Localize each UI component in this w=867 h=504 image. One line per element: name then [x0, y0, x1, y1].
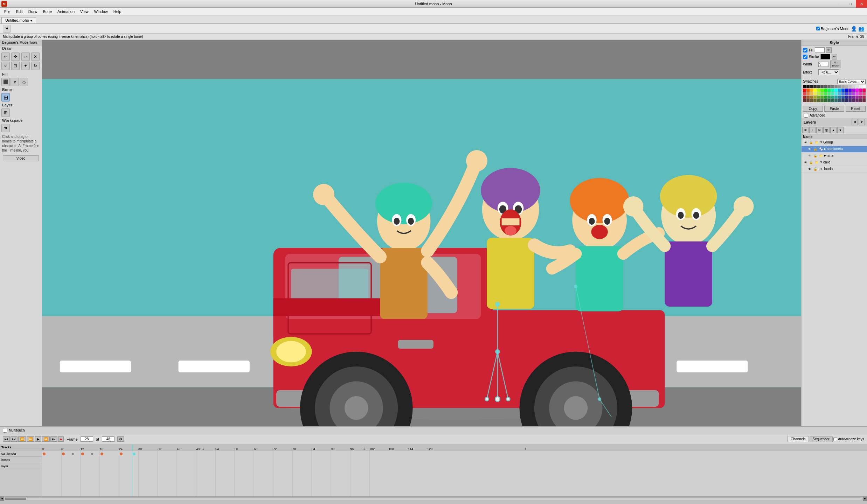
menu-window[interactable]: Window	[91, 9, 111, 14]
timeline-content[interactable]	[42, 450, 867, 496]
layer-group[interactable]: 👁 🔓 📁 ▼ Group	[802, 139, 867, 146]
swatch-cell-57[interactable]	[813, 96, 817, 99]
layer-fondo[interactable]: 👁 🔓 ⊙ fondo	[802, 166, 867, 173]
beginners-mode-checkbox-label[interactable]: Beginner's Mode	[816, 27, 849, 31]
minimize-button[interactable]: ─	[833, 0, 845, 8]
swatch-cell-25[interactable]	[827, 89, 831, 92]
timeline-track-3[interactable]: layer	[0, 463, 42, 469]
swatch-cell-15[interactable]	[855, 85, 859, 88]
prev-frame-button[interactable]: ⏪	[18, 436, 26, 442]
scene-canvas[interactable]	[42, 40, 801, 426]
swatch-cell-6[interactable]	[824, 85, 827, 88]
menu-help[interactable]: Help	[111, 9, 124, 14]
scroll-right-button[interactable]: ►	[863, 497, 867, 501]
paste-button[interactable]: Paste	[824, 106, 844, 112]
swatch-cell-5[interactable]	[820, 85, 824, 88]
swatch-cell-86[interactable]	[852, 99, 855, 102]
swatch-cell-53[interactable]	[862, 92, 866, 95]
scroll-left-button[interactable]: ◄	[0, 497, 4, 501]
menu-view[interactable]: View	[77, 9, 91, 14]
swatch-cell-4[interactable]	[817, 85, 820, 88]
swatch-cell-35[interactable]	[862, 89, 866, 92]
autofreeze-label[interactable]: Auto-freeze keys	[833, 436, 864, 442]
bone-tool[interactable]: ⊞	[1, 93, 10, 102]
swatch-cell-66[interactable]	[845, 96, 848, 99]
layer-add-button[interactable]: +	[809, 127, 816, 133]
layer-camioneta[interactable]: 👁 🔓 🦴 ▶ camioneta	[802, 146, 867, 153]
channels-tab[interactable]: Channels	[788, 436, 809, 442]
timeline-track-1[interactable]: camioneta	[0, 450, 42, 457]
menu-bone[interactable]: Bone	[40, 9, 55, 14]
swatch-cell-83[interactable]	[841, 99, 845, 102]
layer-nina[interactable]: 👁 🔓 📁 ▶ nina	[802, 153, 867, 159]
total-frames-input[interactable]	[102, 436, 115, 442]
layer-tool[interactable]: ⊞	[1, 108, 10, 117]
swatch-cell-16[interactable]	[859, 85, 862, 88]
swatch-cell-43[interactable]	[827, 92, 831, 95]
swatch-cell-30[interactable]	[845, 89, 848, 92]
layers-expand-button[interactable]: ▼	[859, 119, 865, 125]
swatch-cell-36[interactable]	[803, 92, 806, 95]
fill-checkbox[interactable]	[803, 48, 807, 52]
reset-button[interactable]: Reset	[846, 106, 866, 112]
swatch-cell-76[interactable]	[817, 99, 820, 102]
gradient-tool[interactable]: ◇	[20, 78, 28, 86]
swatch-cell-27[interactable]	[834, 89, 838, 92]
video-button[interactable]: Video	[3, 155, 39, 161]
timeline-track-2[interactable]: bones	[0, 457, 42, 463]
swatch-cell-7[interactable]	[827, 85, 831, 88]
swatch-cell-3[interactable]	[813, 85, 817, 88]
layer-calle-expand[interactable]: ▼	[820, 161, 823, 164]
swatch-cell-88[interactable]	[859, 99, 862, 102]
menu-draw[interactable]: Draw	[26, 9, 40, 14]
swatch-cell-72[interactable]	[803, 99, 806, 102]
swatch-cell-31[interactable]	[848, 89, 852, 92]
swatch-cell-54[interactable]	[803, 96, 806, 99]
swatch-cell-47[interactable]	[841, 92, 845, 95]
curve-tool[interactable]: ↩	[21, 52, 30, 61]
go-to-start-button[interactable]: ⏮	[3, 436, 10, 442]
swatch-cell-64[interactable]	[838, 96, 841, 99]
swatch-cell-82[interactable]	[838, 99, 841, 102]
layer-nina-expand[interactable]: ▶	[824, 154, 826, 157]
swatch-cell-17[interactable]	[862, 85, 866, 88]
document-tab[interactable]: Untitled.moho ◂	[1, 17, 36, 23]
swatch-cell-73[interactable]	[806, 99, 810, 102]
layer-move-down-button[interactable]: ▼	[837, 127, 844, 133]
menu-animation[interactable]: Animation	[55, 9, 77, 14]
swatch-cell-32[interactable]	[852, 89, 855, 92]
stroke-color-swatch[interactable]	[820, 54, 830, 59]
effect-dropdown[interactable]: <plu...	[818, 69, 839, 75]
swatch-cell-13[interactable]	[848, 85, 852, 88]
layers-settings-button[interactable]: ⚙	[852, 119, 858, 125]
swatch-cell-2[interactable]	[810, 85, 813, 88]
swatch-cell-60[interactable]	[824, 96, 827, 99]
swatch-cell-1[interactable]	[806, 85, 810, 88]
multitouch-checkbox[interactable]	[3, 428, 7, 433]
swatch-cell-34[interactable]	[859, 89, 862, 92]
swatch-cell-65[interactable]	[841, 96, 845, 99]
swatch-cell-28[interactable]	[838, 89, 841, 92]
swatch-cell-26[interactable]	[831, 89, 834, 92]
swatch-cell-59[interactable]	[820, 96, 824, 99]
swatch-cell-74[interactable]	[810, 99, 813, 102]
swatch-cell-51[interactable]	[855, 92, 859, 95]
swatch-cell-61[interactable]	[827, 96, 831, 99]
swatch-cell-80[interactable]	[831, 99, 834, 102]
swatch-cell-89[interactable]	[862, 99, 866, 102]
transform-tool[interactable]: ✦	[21, 62, 30, 70]
swatch-cell-38[interactable]	[810, 92, 813, 95]
swatch-cell-9[interactable]	[834, 85, 838, 88]
swatch-cell-85[interactable]	[848, 99, 852, 102]
swatch-cell-87[interactable]	[855, 99, 859, 102]
record-button[interactable]: ●	[58, 436, 64, 442]
close-button[interactable]: ✕	[856, 0, 867, 8]
add-point-tool[interactable]: ✛	[11, 52, 20, 61]
swatch-cell-58[interactable]	[817, 96, 820, 99]
next-frame-button[interactable]: ⏩	[27, 436, 34, 442]
swatch-cell-14[interactable]	[852, 85, 855, 88]
layer-move-up-button[interactable]: ▲	[830, 127, 837, 133]
sequencer-tab[interactable]: Sequencer	[810, 436, 833, 442]
swatch-cell-48[interactable]	[845, 92, 848, 95]
swatch-cell-70[interactable]	[859, 96, 862, 99]
